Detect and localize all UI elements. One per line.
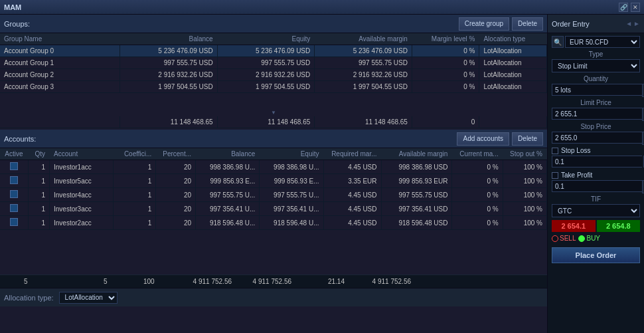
acct-avail-margin: 998 386.98 USD (381, 160, 452, 174)
acct-total-req-margin: 21.14 (295, 278, 349, 285)
groups-total-row: 11 148 468.65 11 148 468.65 11 148 468.6… (0, 116, 547, 128)
order-entry-title: Order Entry (552, 20, 590, 28)
accounts-label: Accounts: (4, 135, 36, 143)
group-balance: 1 997 504.55 USD (120, 81, 217, 93)
tif-select[interactable]: GTC (552, 204, 640, 217)
acct-active[interactable] (0, 202, 28, 216)
group-alloc-type: LotAllocation (479, 45, 547, 57)
acct-avail-margin: 997 555.75 USD (381, 188, 452, 202)
accounts-table-scroll[interactable]: Active Qty Account Coeffici... Percent..… (0, 148, 547, 275)
limit-price-field[interactable] (552, 108, 642, 120)
account-row[interactable]: 1 Investor5acc 1 20 999 856.93 E... 999 … (0, 174, 547, 188)
acct-qty: 1 (28, 160, 49, 174)
limit-price-row: ▲ ▼ (552, 108, 640, 121)
acct-stop-out: 100 % (503, 202, 546, 216)
add-accounts-button[interactable]: Add accounts (457, 132, 509, 146)
place-order-button[interactable]: Place Order (552, 247, 640, 263)
search-icon[interactable]: 🔍 (552, 36, 564, 48)
acct-percent: 20 (156, 202, 196, 216)
sell-radio-label: SELL (560, 235, 576, 242)
header-arrows: ◄ ► (625, 20, 640, 27)
groups-totals-table: 11 148 468.65 11 148 468.65 11 148 468.6… (0, 116, 547, 128)
active-checkbox-icon[interactable] (10, 204, 18, 212)
groups-header-row: Group Name Balance Equity Available marg… (0, 33, 547, 45)
order-section: 🔍 EUR 50.CFD Type Stop Limit Quantity ▲ … (548, 33, 644, 247)
acct-balance: 997 555.75 U... (196, 188, 260, 202)
link-icon[interactable]: 🔗 (619, 3, 628, 12)
acct-curr-margin: 0 % (452, 216, 503, 230)
account-row[interactable]: 1 Investor4acc 1 20 997 555.75 U... 997 … (0, 188, 547, 202)
acct-total-balance: 4 911 752.56 (176, 278, 236, 285)
acct-active[interactable] (0, 188, 28, 202)
group-avail-margin: 1 997 504.55 USD (315, 81, 412, 93)
sell-radio[interactable] (552, 235, 558, 242)
sell-option[interactable]: SELL (552, 235, 576, 242)
close-icon[interactable]: ✕ (631, 3, 640, 12)
prev-arrow-icon[interactable]: ◄ (625, 20, 632, 27)
col-curr-margin: Current ma... (452, 148, 503, 160)
buy-radio[interactable] (578, 235, 585, 242)
take-profit-label: Take Profit (561, 171, 592, 179)
groups-total-equity: 11 148 468.65 (217, 116, 315, 128)
groups-table: Group Name Balance Equity Available marg… (0, 33, 547, 93)
group-avail-margin: 5 236 476.09 USD (315, 45, 412, 57)
groups-table-scroll[interactable]: Group Name Balance Equity Available marg… (0, 33, 547, 110)
stop-loss-field[interactable] (552, 156, 642, 167)
group-row[interactable]: Account Group 2 2 916 932.26 USD 2 916 9… (0, 69, 547, 81)
active-checkbox-icon[interactable] (10, 162, 18, 170)
groups-scroll-arrow: ▼ (0, 110, 547, 116)
account-row[interactable]: 1 Investor2acc 1 20 918 596.48 U... 918 … (0, 216, 547, 230)
buy-option[interactable]: BUY (578, 235, 600, 242)
group-row[interactable]: Account Group 0 5 236 476.09 USD 5 236 4… (0, 45, 547, 57)
accounts-delete-button[interactable]: Delete (512, 132, 543, 146)
take-profit-checkbox[interactable] (552, 172, 558, 179)
account-row[interactable]: 1 Investor3acc 1 20 997 356.41 U... 997 … (0, 202, 547, 216)
stop-loss-input-row: TR ▲ ▼ (552, 156, 640, 169)
acct-name: Investor2acc (50, 216, 114, 230)
accounts-section-header: Accounts: Add accounts Delete (0, 130, 547, 148)
buy-radio-label: BUY (586, 235, 600, 242)
acct-coeff: 1 (114, 174, 156, 188)
col-acct-avail-margin: Available margin (381, 148, 452, 160)
col-avail-margin: Available margin (315, 33, 412, 45)
symbol-search-row: 🔍 EUR 50.CFD (552, 36, 640, 48)
acct-total-avail-margin: 4 911 752.56 (349, 278, 415, 285)
groups-wrapper: Group Name Balance Equity Available marg… (0, 33, 547, 130)
acct-name: Investor1acc (50, 160, 114, 174)
create-group-button[interactable]: Create group (459, 17, 509, 31)
stop-price-field[interactable] (552, 132, 642, 144)
alloc-type-select[interactable]: LotAllocation (59, 292, 118, 304)
groups-footer: ▼ 11 148 468.65 11 148 468.65 11 148 468… (0, 110, 547, 130)
take-profit-field[interactable] (552, 180, 642, 192)
acct-total-percent: 100 (139, 278, 176, 285)
active-checkbox-icon[interactable] (10, 176, 18, 184)
group-name: Account Group 1 (0, 57, 120, 69)
group-row[interactable]: Account Group 3 1 997 504.55 USD 1 997 5… (0, 81, 547, 93)
acct-qty: 1 (28, 188, 49, 202)
acct-qty: 1 (28, 216, 49, 230)
acct-equity: 998 386.98 U... (260, 160, 323, 174)
group-row[interactable]: Account Group 1 997 555.75 USD 997 555.7… (0, 57, 547, 69)
acct-equity: 997 555.75 U... (260, 188, 323, 202)
type-select[interactable]: Stop Limit (552, 59, 640, 72)
symbol-select[interactable]: EUR 50.CFD (565, 36, 640, 48)
account-row[interactable]: 1 Investor1acc 1 20 998 386.98 U... 998 … (0, 160, 547, 174)
active-checkbox-icon[interactable] (10, 190, 18, 198)
acct-active[interactable] (0, 174, 28, 188)
acct-active[interactable] (0, 216, 28, 230)
stop-loss-row: Stop Loss (552, 147, 640, 154)
type-label: Type (552, 51, 640, 58)
stop-loss-checkbox[interactable] (552, 148, 558, 154)
groups-delete-button[interactable]: Delete (512, 17, 543, 31)
accounts-wrapper: Active Qty Account Coeffici... Percent..… (0, 148, 547, 288)
acct-stop-out: 100 % (503, 160, 546, 174)
active-checkbox-icon[interactable] (10, 218, 18, 226)
acct-qty: 1 (28, 174, 49, 188)
quantity-field[interactable] (552, 84, 642, 96)
next-arrow-icon[interactable]: ► (633, 20, 640, 27)
acct-active[interactable] (0, 160, 28, 174)
groups-total-balance: 11 148 468.65 (120, 116, 217, 128)
order-entry-header: Order Entry ◄ ► (548, 15, 644, 33)
acct-stop-out: 100 % (503, 174, 546, 188)
stop-price-label: Stop Price (552, 123, 640, 130)
